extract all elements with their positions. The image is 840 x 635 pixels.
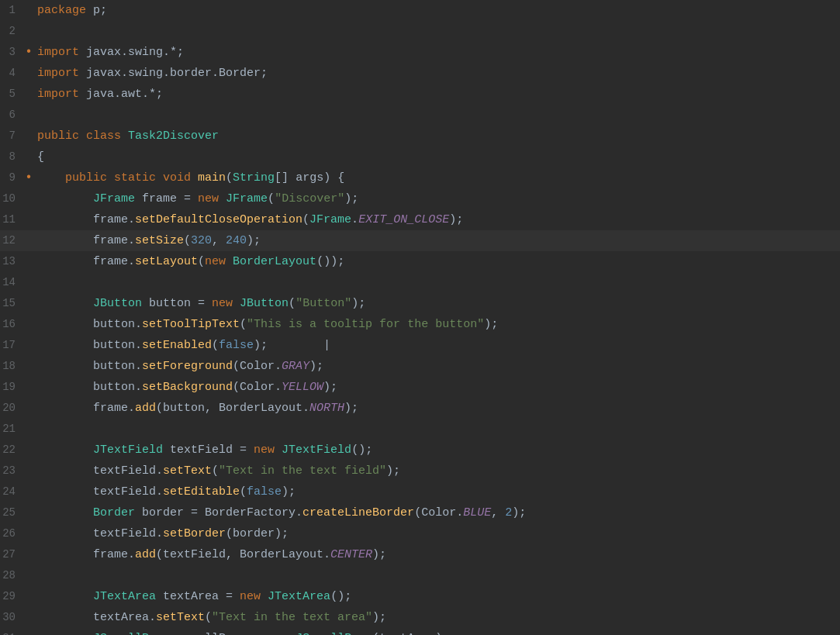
line-content: JFrame frame = new JFrame("Discover"); (34, 188, 840, 209)
line-number: 12 (0, 230, 23, 251)
line-content: public static void main(String[] args) { (34, 167, 840, 188)
code-line-6: 6 (0, 105, 840, 126)
line-content: button.setToolTipText("This is a tooltip… (34, 314, 840, 335)
line-number: 28 (0, 565, 23, 586)
line-content: import javax.swing.border.Border; (34, 63, 840, 84)
code-line-1: 1 package p; (0, 0, 840, 21)
line-number: 8 (0, 147, 23, 167)
line-dot: • (23, 167, 34, 188)
line-content: import javax.swing.*; (34, 42, 840, 63)
code-line-17: 17 button.setEnabled(false); | (0, 335, 840, 356)
line-number: 1 (0, 0, 23, 21)
code-line-20: 20 frame.add(button, BorderLayout.NORTH)… (0, 398, 840, 419)
code-line-21: 21 (0, 419, 840, 440)
line-content: frame.setDefaultCloseOperation(JFrame.EX… (34, 209, 840, 230)
line-content: button.setBackground(Color.YELLOW); (34, 377, 840, 398)
line-number: 10 (0, 188, 23, 209)
line-number: 6 (0, 105, 23, 126)
code-line-3: 3 • import javax.swing.*; (0, 42, 840, 63)
line-content: JTextArea textArea = new JTextArea(); (34, 586, 840, 607)
line-number: 11 (0, 209, 23, 230)
code-line-25: 25 Border border = BorderFactory.createL… (0, 502, 840, 523)
line-number: 25 (0, 502, 23, 523)
line-number: 14 (0, 272, 23, 293)
line-number: 23 (0, 461, 23, 481)
line-content: textField.setText("Text in the text fiel… (34, 461, 840, 481)
line-content: package p; (34, 0, 840, 21)
line-number: 18 (0, 356, 23, 377)
line-content: frame.setLayout(new BorderLayout()); (34, 251, 840, 272)
line-content: textField.setEditable(false); (34, 481, 840, 502)
line-content: { (34, 147, 840, 167)
line-number: 15 (0, 293, 23, 314)
line-number: 21 (0, 419, 23, 440)
line-number: 2 (0, 21, 23, 42)
line-number: 20 (0, 398, 23, 419)
code-line-4: 4 import javax.swing.border.Border; (0, 63, 840, 84)
line-dot: • (23, 42, 34, 63)
line-number: 29 (0, 586, 23, 607)
line-number: 3 (0, 42, 23, 63)
code-line-18: 18 button.setForeground(Color.GRAY); (0, 356, 840, 377)
code-line-11: 11 frame.setDefaultCloseOperation(JFrame… (0, 209, 840, 230)
line-number: 22 (0, 440, 23, 461)
line-number: 13 (0, 251, 23, 272)
line-number: 16 (0, 314, 23, 335)
line-content: public class Task2Discover (34, 126, 840, 147)
code-line-29: 29 JTextArea textArea = new JTextArea(); (0, 586, 840, 607)
line-number: 5 (0, 84, 23, 105)
line-content: textArea.setText("Text in the text area"… (34, 607, 840, 628)
line-content: import java.awt.*; (34, 84, 840, 105)
line-content: Border border = BorderFactory.createLine… (34, 502, 840, 523)
line-number: 9 (0, 167, 23, 188)
code-line-14: 14 (0, 272, 840, 293)
code-line-28: 28 (0, 565, 840, 586)
line-number: 31 (0, 628, 23, 635)
line-content: JTextField textField = new JTextField(); (34, 440, 840, 461)
line-number: 24 (0, 481, 23, 502)
line-number: 7 (0, 126, 23, 147)
line-number: 27 (0, 544, 23, 565)
line-number: 30 (0, 607, 23, 628)
line-content: textField.setBorder(border); (34, 523, 840, 544)
line-content: button.setEnabled(false); | (34, 335, 840, 356)
code-line-2: 2 (0, 21, 840, 42)
line-number: 4 (0, 63, 23, 84)
code-line-24: 24 textField.setEditable(false); (0, 481, 840, 502)
line-number: 17 (0, 335, 23, 356)
code-line-16: 16 button.setToolTipText("This is a tool… (0, 314, 840, 335)
code-line-22: 22 JTextField textField = new JTextField… (0, 440, 840, 461)
line-number: 26 (0, 523, 23, 544)
line-content: JScrollPane scrollPane = new JScrollPane… (34, 628, 840, 635)
code-line-7: 7 public class Task2Discover (0, 126, 840, 147)
code-line-12: 12 frame.setSize(320, 240); (0, 230, 840, 251)
code-line-13: 13 frame.setLayout(new BorderLayout()); (0, 251, 840, 272)
code-line-9: 9 • public static void main(String[] arg… (0, 167, 840, 188)
line-content: button.setForeground(Color.GRAY); (34, 356, 840, 377)
code-line-27: 27 frame.add(textField, BorderLayout.CEN… (0, 544, 840, 565)
code-line-8: 8 { (0, 147, 840, 167)
code-line-30: 30 textArea.setText("Text in the text ar… (0, 607, 840, 628)
line-content: frame.setSize(320, 240); (34, 230, 840, 251)
code-line-31: 31 JScrollPane scrollPane = new JScrollP… (0, 628, 840, 635)
code-line-19: 19 button.setBackground(Color.YELLOW); (0, 377, 840, 398)
line-content: frame.add(button, BorderLayout.NORTH); (34, 398, 840, 419)
code-line-5: 5 import java.awt.*; (0, 84, 840, 105)
code-line-26: 26 textField.setBorder(border); (0, 523, 840, 544)
line-content: JButton button = new JButton("Button"); (34, 293, 840, 314)
code-editor: 1 package p; 2 3 • import javax.swing.*;… (0, 0, 840, 635)
code-line-23: 23 textField.setText("Text in the text f… (0, 461, 840, 481)
line-content: frame.add(textField, BorderLayout.CENTER… (34, 544, 840, 565)
code-line-15: 15 JButton button = new JButton("Button"… (0, 293, 840, 314)
code-line-10: 10 JFrame frame = new JFrame("Discover")… (0, 188, 840, 209)
line-number: 19 (0, 377, 23, 398)
